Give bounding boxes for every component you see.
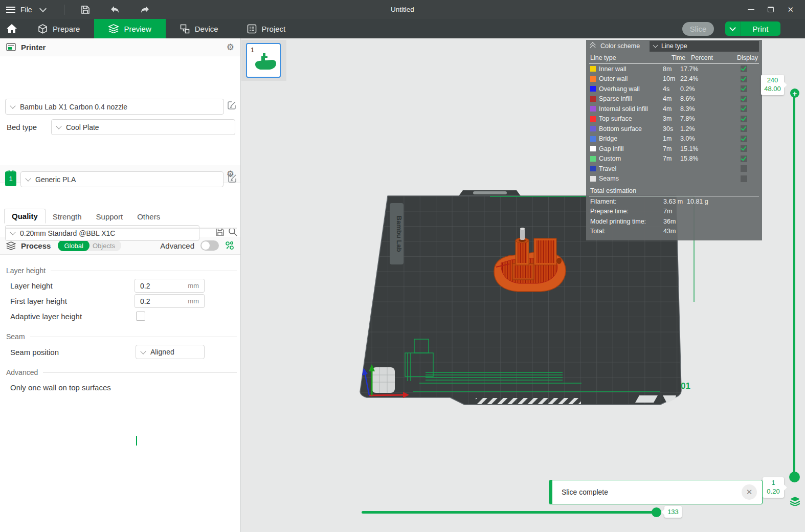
- filament-slot-badge[interactable]: 1: [5, 171, 16, 186]
- total-time-label: Total:: [590, 228, 663, 235]
- bed-type-value: Cool Plate: [66, 123, 99, 131]
- printer-edit-button[interactable]: [228, 101, 236, 112]
- tab-others[interactable]: Others: [130, 210, 167, 224]
- search-setting-button[interactable]: [228, 227, 237, 238]
- tab-preview[interactable]: Preview: [94, 19, 165, 38]
- printer-icon: [6, 43, 16, 51]
- filament-edit-button[interactable]: [228, 174, 237, 185]
- process-scope-objects[interactable]: Objects: [90, 242, 121, 250]
- legend-row: Custom7m15.8%: [586, 154, 762, 164]
- layer-slider-track[interactable]: [793, 94, 795, 476]
- line-type-swatch: [590, 136, 596, 142]
- print-button[interactable]: Print: [741, 21, 780, 36]
- benchy-thumbnail-icon: [254, 53, 277, 71]
- minimize-button[interactable]: [748, 9, 754, 10]
- line-type-swatch: [590, 106, 596, 112]
- process-section-title: Process: [21, 241, 51, 250]
- tab-prepare[interactable]: Prepare: [24, 19, 94, 38]
- display-checkbox[interactable]: [741, 65, 747, 72]
- seam-position-select[interactable]: Aligned: [136, 345, 205, 359]
- home-icon: [7, 24, 17, 33]
- file-menu[interactable]: File: [6, 6, 46, 14]
- line-type-swatch: [590, 146, 596, 151]
- print-dropdown-button[interactable]: [725, 21, 741, 36]
- color-scheme-select[interactable]: Line type: [650, 41, 759, 52]
- display-checkbox[interactable]: [741, 165, 747, 172]
- line-type-percent: 17.7%: [680, 65, 741, 73]
- slice-button[interactable]: Slice: [682, 22, 714, 36]
- project-icon: [247, 24, 257, 34]
- line-type-label: Internal solid infill: [599, 105, 663, 113]
- menu-icon: [6, 7, 15, 13]
- tab-quality[interactable]: Quality: [4, 209, 46, 224]
- display-checkbox[interactable]: [741, 136, 747, 142]
- printer-select[interactable]: Bambu Lab X1 Carbon 0.4 nozzle: [5, 99, 224, 115]
- plate-thumbnail[interactable]: 1: [246, 43, 281, 78]
- home-button[interactable]: [0, 19, 24, 38]
- redo-button[interactable]: [139, 4, 150, 15]
- move-slider-handle[interactable]: [652, 507, 661, 517]
- only-one-wall-checkbox[interactable]: [136, 436, 137, 446]
- save-button[interactable]: [80, 4, 91, 15]
- col-line-type: Line type: [590, 54, 672, 61]
- display-checkbox[interactable]: [741, 105, 747, 112]
- printer-settings-gear-icon[interactable]: ⚙: [227, 43, 234, 52]
- layers-mode-button[interactable]: [790, 497, 800, 508]
- plate-front-hatch: [476, 398, 581, 404]
- tab-support[interactable]: Support: [89, 210, 130, 224]
- collapse-panel-icon[interactable]: [590, 43, 596, 49]
- layer-height-input[interactable]: 0.2 mm: [135, 279, 205, 293]
- settings-sidebar: Printer ⚙ Bambu Lab X1 Carbon 0.4 nozzle…: [0, 38, 241, 532]
- first-layer-height-input[interactable]: 0.2 mm: [135, 294, 205, 308]
- printer-select-value: Bambu Lab X1 Carbon 0.4 nozzle: [20, 103, 127, 111]
- legend-row: Internal solid infill4m8.3%: [586, 104, 762, 114]
- layer-slider-top-handle[interactable]: +: [790, 88, 799, 98]
- legend-row: Seams: [586, 174, 762, 184]
- display-checkbox[interactable]: [741, 85, 747, 92]
- filament-select[interactable]: Generic PLA: [20, 171, 223, 187]
- chevron-down-icon: [140, 348, 146, 354]
- chevron-down-icon[interactable]: [39, 5, 46, 12]
- bed-type-select[interactable]: Cool Plate: [51, 119, 235, 135]
- layer-slider-top-tooltip: 240 48.00: [761, 75, 784, 95]
- plate-origin-pad: [372, 367, 395, 393]
- toggle-knob: [202, 241, 210, 250]
- edit-icon: [228, 174, 237, 183]
- process-scope-global[interactable]: Global: [58, 240, 90, 251]
- tab-project[interactable]: Project: [233, 19, 300, 38]
- tab-strength[interactable]: Strength: [46, 210, 89, 224]
- legend-row: Sparse infill4m8.6%: [586, 94, 762, 104]
- display-checkbox[interactable]: [741, 125, 747, 132]
- line-type-swatch: [590, 66, 596, 72]
- tab-device[interactable]: Device: [166, 19, 233, 38]
- notification-close-button[interactable]: ✕: [742, 484, 757, 500]
- save-preset-button[interactable]: [215, 227, 225, 238]
- display-checkbox[interactable]: [741, 156, 747, 162]
- line-type-label: Gap infill: [599, 145, 663, 152]
- process-preset-value: 0.20mm Standard @BBL X1C: [20, 229, 115, 237]
- legend-row: Travel: [586, 164, 762, 174]
- display-checkbox[interactable]: [741, 116, 747, 122]
- display-checkbox[interactable]: [741, 175, 747, 182]
- advanced-toggle[interactable]: [200, 240, 219, 251]
- display-checkbox[interactable]: [741, 96, 747, 102]
- title-bar: File Untitled ✕: [0, 0, 805, 19]
- line-type-percent: 8.6%: [680, 95, 741, 102]
- line-type-time: 10m: [663, 75, 680, 82]
- tab-preview-label: Preview: [124, 25, 151, 33]
- layer-slider-bottom-handle[interactable]: [789, 472, 800, 482]
- process-scope-switch[interactable]: Global Objects: [58, 240, 121, 251]
- move-slider-track[interactable]: [362, 511, 656, 514]
- tune-icon[interactable]: [225, 241, 234, 250]
- line-type-swatch: [590, 126, 596, 131]
- display-checkbox[interactable]: [741, 145, 747, 152]
- undo-button[interactable]: [109, 4, 121, 15]
- close-button[interactable]: ✕: [787, 6, 794, 13]
- adaptive-layer-height-checkbox[interactable]: [136, 312, 145, 321]
- line-type-time: 8m: [663, 65, 680, 73]
- estimation-row-total: Total: 43m: [586, 227, 762, 237]
- line-type-time: 3m: [663, 115, 680, 122]
- maximize-button[interactable]: [768, 7, 774, 12]
- display-checkbox[interactable]: [741, 76, 747, 82]
- chevron-down-icon: [25, 175, 31, 181]
